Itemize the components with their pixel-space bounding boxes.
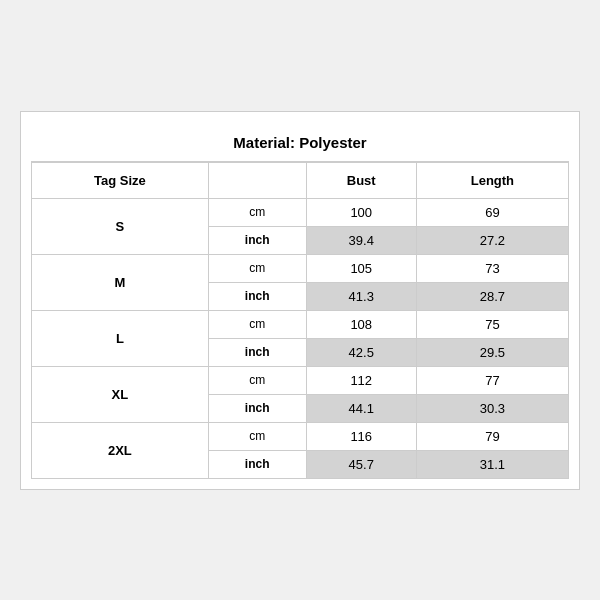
unit-cell: cm: [208, 310, 306, 338]
unit-cell: inch: [208, 282, 306, 310]
length-cell: 27.2: [416, 226, 568, 254]
length-cell: 75: [416, 310, 568, 338]
length-cell: 29.5: [416, 338, 568, 366]
length-cell: 28.7: [416, 282, 568, 310]
unit-cell: cm: [208, 254, 306, 282]
length-cell: 31.1: [416, 450, 568, 478]
bust-cell: 45.7: [306, 450, 416, 478]
header-tag-size: Tag Size: [32, 162, 209, 198]
unit-cell: inch: [208, 226, 306, 254]
bust-cell: 116: [306, 422, 416, 450]
bust-cell: 39.4: [306, 226, 416, 254]
tag-size-cell: 2XL: [32, 422, 209, 478]
unit-cell: inch: [208, 338, 306, 366]
tag-size-cell: L: [32, 310, 209, 366]
unit-cell: inch: [208, 394, 306, 422]
bust-cell: 105: [306, 254, 416, 282]
size-table: Tag Size Bust Length Scm10069inch39.427.…: [31, 162, 569, 479]
table-row: Lcm10875: [32, 310, 569, 338]
length-cell: 77: [416, 366, 568, 394]
table-row: Scm10069: [32, 198, 569, 226]
length-cell: 73: [416, 254, 568, 282]
tag-size-cell: XL: [32, 366, 209, 422]
unit-cell: cm: [208, 422, 306, 450]
length-cell: 30.3: [416, 394, 568, 422]
table-row: XLcm11277: [32, 366, 569, 394]
table-row: 2XLcm11679: [32, 422, 569, 450]
length-cell: 69: [416, 198, 568, 226]
table-row: Mcm10573: [32, 254, 569, 282]
bust-cell: 44.1: [306, 394, 416, 422]
tag-size-cell: S: [32, 198, 209, 254]
bust-cell: 108: [306, 310, 416, 338]
bust-cell: 100: [306, 198, 416, 226]
tag-size-cell: M: [32, 254, 209, 310]
bust-cell: 41.3: [306, 282, 416, 310]
unit-cell: inch: [208, 450, 306, 478]
length-cell: 79: [416, 422, 568, 450]
unit-cell: cm: [208, 366, 306, 394]
header-bust: Bust: [306, 162, 416, 198]
header-unit-placeholder: [208, 162, 306, 198]
unit-cell: cm: [208, 198, 306, 226]
size-chart-card: Material: Polyester Tag Size Bust Length…: [20, 111, 580, 490]
header-length: Length: [416, 162, 568, 198]
bust-cell: 42.5: [306, 338, 416, 366]
bust-cell: 112: [306, 366, 416, 394]
chart-title: Material: Polyester: [31, 122, 569, 162]
